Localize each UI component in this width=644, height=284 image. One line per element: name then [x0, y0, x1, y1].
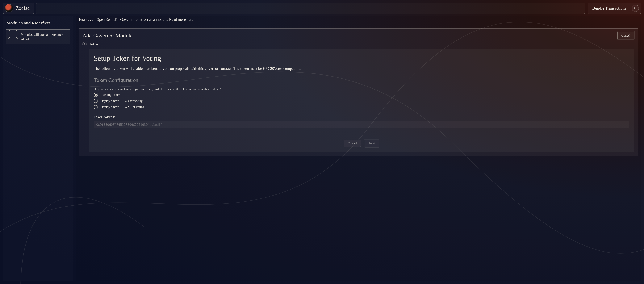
top-search-input[interactable] — [36, 3, 585, 14]
brand-pill[interactable]: Zodiac — [3, 3, 34, 14]
token-option-label: Deploy a new ERC721 for voting. — [100, 105, 145, 109]
modules-empty-state: Modules will appear here once added — [6, 30, 70, 44]
bundle-label: Bundle Transactions — [592, 6, 626, 11]
bundle-transactions-button[interactable]: Bundle Transactions 0 — [588, 3, 641, 14]
radio-icon — [94, 105, 98, 109]
add-module-panel: Add Governor Module Cancel 1 Token Setup… — [79, 28, 638, 156]
form-question: Do you have an existing token in your sa… — [94, 88, 629, 91]
token-option-1[interactable]: Deploy a new ERC20 for voting. — [94, 99, 629, 103]
spinner-icon — [9, 33, 17, 41]
token-setup-card: Setup Token for Voting The following tok… — [88, 49, 634, 152]
form-lead: The following token will enable members … — [94, 66, 629, 72]
step-number-badge: 1 — [82, 42, 87, 46]
token-option-label: Deploy a new ERC20 for voting. — [100, 99, 144, 103]
panel-title: Add Governor Module — [82, 33, 132, 39]
read-more-link[interactable]: Read more here. — [169, 17, 194, 22]
form-section-heading: Token Configuration — [94, 77, 629, 83]
token-option-2[interactable]: Deploy a new ERC721 for voting. — [94, 105, 629, 109]
token-address-label: Token Address — [94, 115, 629, 119]
module-description: Enables an Open Zeppelin Governor contra… — [79, 16, 638, 26]
zodiac-logo-icon — [5, 4, 13, 12]
form-heading: Setup Token for Voting — [94, 54, 629, 62]
brand-name: Zodiac — [16, 6, 30, 11]
token-address-input[interactable] — [94, 121, 629, 128]
bundle-count-badge: 0 — [632, 4, 639, 12]
radio-icon — [94, 93, 98, 97]
sidebar: Modules and Modifiers Modules will appea… — [3, 16, 73, 281]
radio-icon — [94, 99, 98, 103]
token-option-label: Existing Token — [100, 93, 120, 97]
step-indicator: 1 Token — [82, 42, 634, 46]
panel-cancel-button[interactable]: Cancel — [618, 32, 634, 39]
form-cancel-button[interactable]: Cancel — [344, 140, 361, 147]
form-next-button[interactable]: Next — [365, 140, 379, 147]
content: Enables an Open Zeppelin Governor contra… — [76, 16, 641, 281]
modules-empty-text: Modules will appear here once added — [20, 32, 67, 42]
token-option-0[interactable]: Existing Token — [94, 93, 629, 97]
step-label: Token — [89, 42, 98, 46]
sidebar-title: Modules and Modifiers — [6, 20, 70, 26]
